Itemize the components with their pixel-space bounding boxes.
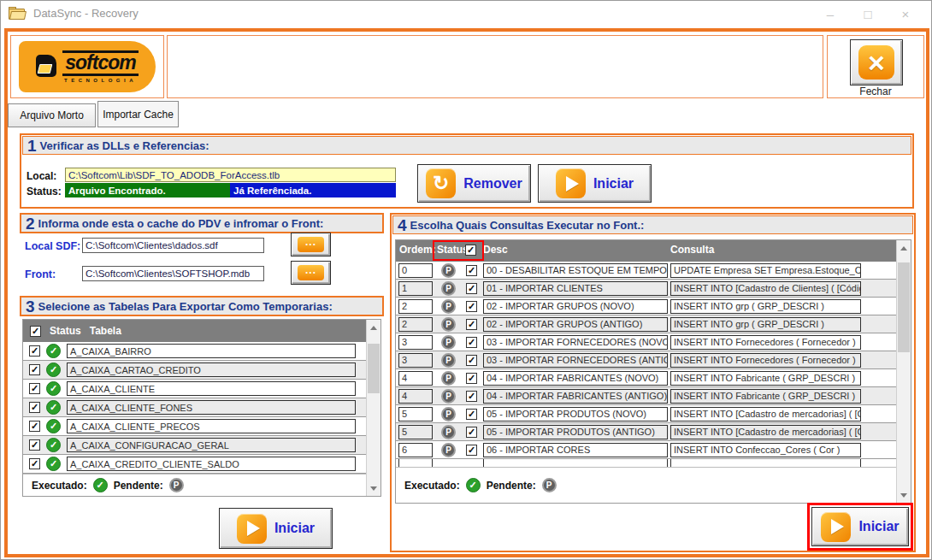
consulta-cell[interactable]: INSERT INTO Fabricante ( GRP_DESCRI ): [670, 371, 861, 386]
table-name-cell[interactable]: A_CAIXA_CLIENTE_PRECOS: [67, 419, 356, 433]
pendente-icon: [441, 317, 456, 332]
iniciar-dll-button[interactable]: Iniciar: [538, 164, 652, 203]
section1-header: 1 Verificar as DLLs e Referencias:: [22, 136, 911, 155]
table-name-cell[interactable]: A_CAIXA_CONFIGURACAO_GERAL: [67, 438, 356, 452]
row-checkbox[interactable]: [466, 337, 477, 348]
consultas-scrollbar[interactable]: [896, 240, 911, 503]
ordem-cell[interactable]: 1: [398, 281, 433, 296]
ordem-cell[interactable]: 0: [398, 263, 433, 278]
ordem-cell[interactable]: 2: [398, 299, 433, 314]
consultas-rows: 0 00 - DESABILITAR ESTOQUE EM TEMPO I UP…: [396, 262, 911, 467]
desc-cell[interactable]: 06 - IMPORTAR CORES: [483, 443, 668, 457]
consulta-cell[interactable]: INSERT INTO Fornecedores ( Fornecedor ): [670, 335, 861, 350]
desc-cell[interactable]: 03 - IMPORTAR FORNECEDORES (ANTIG: [483, 353, 668, 368]
local-sdf-label: Local SDF:: [25, 240, 80, 252]
desc-cell[interactable]: 05 - IMPORTAR PRODUTOS (NOVO): [483, 407, 668, 421]
pendente-icon: [441, 353, 456, 368]
ordem-cell[interactable]: 5: [398, 407, 433, 421]
consulta-cell[interactable]: INSERT INTO [Cadastro de mercadorias] ( …: [670, 425, 861, 439]
select-all-tables-checkbox[interactable]: [30, 326, 41, 337]
row-checkbox[interactable]: [29, 345, 40, 357]
consulta-cell[interactable]: INSERT INTO Confeccao_Cores ( Cor ): [670, 443, 861, 457]
row-checkbox[interactable]: [29, 383, 40, 394]
table-name-cell[interactable]: A_CAIXA_CLIENTE_FONES: [67, 400, 356, 415]
desc-cell[interactable]: 02 - IMPORTAR GRUPOS (ANTIGO): [483, 317, 668, 332]
row-checkbox[interactable]: [466, 445, 477, 456]
consulta-cell[interactable]: INSERT INTO grp ( GRP_DESCRI ): [670, 299, 861, 314]
row-checkbox[interactable]: [29, 402, 40, 413]
desc-cell[interactable]: 04 - IMPORTAR FABRICANTES (ANTIGO): [483, 389, 668, 404]
desc-cell[interactable]: 03 - IMPORTAR FORNECEDORES (NOVO: [483, 335, 668, 350]
ordem-cell[interactable]: 4: [398, 389, 433, 404]
desc-cell[interactable]: 01 - IMPORTAR CLIENTES: [483, 281, 668, 296]
ordem-cell[interactable]: 3: [398, 353, 433, 368]
scroll-down-icon[interactable]: [367, 481, 380, 495]
consulta-cell[interactable]: INSERT INTO Fornecedores ( Fornecedor ): [670, 353, 861, 368]
tab-arquivo-morto[interactable]: Arquivo Morto: [8, 103, 96, 127]
browse-sdf-button[interactable]: ...: [291, 233, 331, 256]
front-label: Front:: [25, 268, 56, 280]
row-checkbox[interactable]: [29, 458, 40, 469]
fechar-button[interactable]: ×: [850, 39, 903, 85]
pendente-icon: [441, 407, 456, 421]
row-checkbox[interactable]: [466, 427, 477, 438]
scroll-up-icon[interactable]: [897, 241, 911, 255]
row-checkbox[interactable]: [466, 319, 477, 330]
table-name-cell[interactable]: A_CAIXA_BAIRRO: [67, 344, 356, 358]
ordem-cell[interactable]: 4: [398, 371, 433, 386]
row-checkbox[interactable]: [466, 355, 477, 366]
scrollbar-thumb[interactable]: [368, 344, 380, 393]
browse-front-button[interactable]: ...: [291, 261, 331, 285]
dll-path-field[interactable]: C:\Softcom\Lib\SDF_TO_ADODB_ForAccess.tl…: [65, 168, 396, 182]
maximize-icon[interactable]: □: [849, 1, 887, 27]
row-checkbox[interactable]: [466, 391, 477, 402]
iniciar-export-button[interactable]: Iniciar: [219, 508, 333, 549]
consulta-cell[interactable]: UPDATE Empresa SET Empresa.Estoque_Co: [670, 263, 861, 278]
desc-cell[interactable]: 02 - IMPORTAR GRUPOS (NOVO): [483, 299, 668, 314]
row-checkbox[interactable]: [29, 421, 40, 432]
row-checkbox[interactable]: [466, 301, 477, 312]
ordem-cell[interactable]: 3: [398, 335, 433, 350]
desc-cell[interactable]: 05 - IMPORTAR PRODUTOS (ANTIGO): [483, 425, 668, 439]
table-name-cell[interactable]: A_CAIXA_CLIENTE: [67, 381, 356, 396]
ordem-cell[interactable]: 2: [398, 317, 433, 332]
close-icon[interactable]: ×: [887, 1, 924, 27]
remover-button[interactable]: ↻ Remover: [417, 164, 531, 203]
local-sdf-field[interactable]: C:\Softcom\Clientes\dados.sdf: [82, 238, 264, 253]
consulta-cell[interactable]: INSERT INTO grp ( GRP_DESCRI ): [670, 317, 861, 332]
row-checkbox[interactable]: [29, 364, 40, 375]
minimize-icon[interactable]: –: [811, 1, 849, 27]
row-checkbox[interactable]: [466, 373, 477, 384]
fechar-button-label: Fechar: [828, 85, 923, 97]
desc-cell[interactable]: 04 - IMPORTAR FABRICANTES (NOVO): [483, 371, 668, 386]
row-checkbox[interactable]: [466, 283, 477, 294]
scroll-up-icon[interactable]: [367, 321, 380, 334]
ordem-cell[interactable]: 5: [398, 425, 433, 439]
iniciar-consultas-button[interactable]: Iniciar: [811, 507, 909, 546]
consulta-cell[interactable]: INSERT INTO [Cadastro de Clientes] ( [Có…: [670, 281, 861, 296]
consulta-cell[interactable]: INSERT INTO Fabricante ( GRP_DESCRI ): [670, 389, 861, 404]
desc-cell[interactable]: 00 - DESABILITAR ESTOQUE EM TEMPO I: [483, 263, 668, 278]
consultas-table-header: Ordem: Status Desc Consulta: [396, 240, 911, 262]
section3-header: 3 Selecione as Tabelas Para Exportar Com…: [20, 296, 384, 316]
consultas-legend: Executado: Pendente:: [396, 467, 911, 503]
scrollbar-thumb[interactable]: [898, 262, 910, 352]
table-name-cell[interactable]: A_CAIXA_CARTAO_CREDITO: [67, 363, 356, 377]
scroll-down-icon[interactable]: [897, 488, 911, 502]
tab-importar-cache[interactable]: Importar Cache: [97, 101, 179, 127]
col-ordem-label: Ordem:: [399, 244, 436, 256]
header-spacer-panel: [167, 35, 823, 98]
select-all-consultas-checkbox[interactable]: [465, 245, 476, 256]
row-checkbox[interactable]: [466, 409, 477, 420]
row-checkbox[interactable]: [29, 439, 40, 451]
tables-scrollbar[interactable]: [366, 320, 380, 496]
table-name-cell[interactable]: A_CAIXA_CREDITO_CLIENTE_SALDO: [67, 457, 356, 471]
pendente-icon: [441, 335, 456, 350]
ordem-cell[interactable]: 6: [398, 443, 433, 457]
table-row: A_CAIXA_CLIENTE: [23, 380, 380, 398]
row-checkbox[interactable]: [466, 265, 477, 276]
logo-tagline-text: TECNOLOGIA: [64, 78, 137, 83]
consulta-cell[interactable]: INSERT INTO [Cadastro de mercadorias] ( …: [670, 407, 861, 421]
consulta-row: 5 05 - IMPORTAR PRODUTOS (NOVO) INSERT I…: [396, 405, 911, 423]
front-field[interactable]: C:\Softcom\Clientes\SOFTSHOP.mdb: [82, 266, 264, 281]
